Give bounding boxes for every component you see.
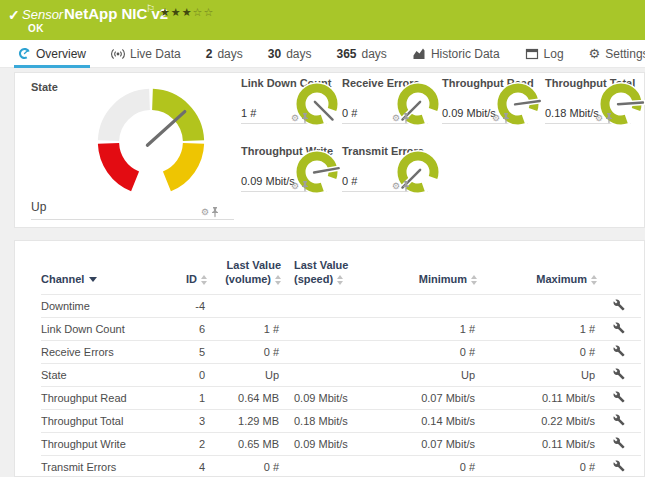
minimum-value (367, 294, 477, 317)
channel-name: Receive Errors (41, 340, 171, 363)
pin-icon[interactable] (605, 113, 613, 124)
tab-label: Overview (36, 47, 86, 61)
minimum-value: 0.07 Mbit/s (367, 386, 477, 409)
tab-log[interactable]: Log (521, 40, 568, 68)
tab-number: 365 (336, 47, 356, 61)
sensor-header: ✓ Sensor NetApp NIC v2 ⚐ ★★★☆☆ OK (0, 0, 645, 40)
maximum-value: 0 # (477, 340, 597, 363)
wrench-icon[interactable] (613, 391, 625, 403)
column-header-channel[interactable]: Channel (41, 251, 171, 294)
tab-label: Log (544, 47, 564, 61)
last-value-volume: 1.29 MB (207, 409, 281, 432)
mini-gauge-value: 0 # (342, 107, 357, 119)
gear-icon[interactable]: ⚙ (492, 114, 500, 123)
maximum-value: 0 # (477, 455, 597, 477)
tab-number: 2 (206, 47, 213, 61)
tab-overview[interactable]: Overview (14, 40, 90, 68)
column-header-settings (597, 251, 641, 294)
gear-icon[interactable]: ⚙ (595, 114, 603, 123)
flag-icon[interactable]: ⚐ (146, 3, 155, 14)
tab-number: 30 (268, 47, 281, 61)
column-header-minimum[interactable]: Minimum (367, 251, 477, 294)
last-value-speed (281, 363, 367, 386)
minimum-value: 0.07 Mbit/s (367, 432, 477, 455)
maximum-value: 0.11 Mbit/s (477, 432, 597, 455)
last-value-speed (281, 317, 367, 340)
channel-gauge-card: Throughput Write 0.09 Mbit/s ⚙ (241, 145, 337, 207)
tab-live-data[interactable]: Live Data (107, 40, 185, 68)
channel-gauge-card: Throughput Read 0.09 Mbit/s ⚙ (442, 77, 538, 139)
signal-icon (111, 47, 125, 61)
channel-name: Link Down Count (41, 317, 171, 340)
pin-icon[interactable] (301, 181, 309, 192)
state-gauge-title: State (31, 81, 58, 93)
maximum-value: 1 # (477, 317, 597, 340)
wrench-icon[interactable] (613, 299, 625, 311)
gear-icon[interactable]: ⚙ (291, 182, 299, 191)
mini-gauge-value: 0.18 Mbit/s (545, 107, 599, 119)
gear-icon[interactable]: ⚙ (291, 114, 299, 123)
chevron-down-icon (89, 277, 97, 282)
pin-icon[interactable] (211, 207, 219, 218)
channel-name: Throughput Write (41, 432, 171, 455)
tab-settings[interactable]: ⚙ Settings (585, 40, 645, 68)
wrench-icon[interactable] (613, 437, 625, 449)
minimum-value: 0 # (367, 455, 477, 477)
tab-historic-data[interactable]: Historic Data (408, 40, 504, 68)
status-check-icon: ✓ (8, 7, 20, 23)
wrench-icon[interactable] (613, 414, 625, 426)
table-row: Receive Errors 5 0 # 0 # 0 # (41, 340, 641, 363)
wrench-icon[interactable] (613, 368, 625, 380)
channel-gauge-card: Receive Errors 0 # ⚙ (342, 77, 438, 139)
gear-icon[interactable]: ⚙ (201, 208, 209, 217)
wrench-icon[interactable] (613, 322, 625, 334)
channel-id: 1 (171, 386, 207, 409)
stars-filled: ★★★ (160, 6, 193, 18)
tab-365-days[interactable]: 365days (332, 40, 390, 68)
channel-gauge-card: Transmit Errors 0 # ⚙ (342, 145, 438, 207)
sort-icon (471, 275, 477, 285)
maximum-value: 0.11 Mbit/s (477, 386, 597, 409)
wrench-icon[interactable] (613, 345, 625, 357)
last-value-volume: 0.64 MB (207, 386, 281, 409)
channel-id: 3 (171, 409, 207, 432)
log-icon (525, 47, 539, 61)
last-value-speed: 0.09 Mbit/s (281, 386, 367, 409)
gear-icon[interactable]: ⚙ (392, 114, 400, 123)
table-header-row: Channel ID Last Value(volume) Last Value… (41, 251, 641, 294)
tab-30-days[interactable]: 30days (264, 40, 316, 68)
last-value-speed (281, 340, 367, 363)
column-header-last-value-volume[interactable]: Last Value(volume) (207, 251, 281, 294)
pin-icon[interactable] (402, 113, 410, 124)
channel-id: 0 (171, 363, 207, 386)
column-header-last-value-speed[interactable]: Last Value(speed) (281, 251, 367, 294)
tab-label: Live Data (130, 47, 181, 61)
pin-icon[interactable] (402, 181, 410, 192)
minimum-value: Up (367, 363, 477, 386)
maximum-value (477, 294, 597, 317)
mini-gauge-value: 0 # (342, 175, 357, 187)
priority-stars[interactable]: ★★★☆☆ (160, 6, 214, 19)
stars-empty: ☆☆ (193, 6, 215, 18)
sort-icon (591, 275, 597, 285)
table-row: Downtime -4 (41, 294, 641, 317)
column-header-maximum[interactable]: Maximum (477, 251, 597, 294)
column-label: (volume) (225, 273, 271, 285)
channels-table-panel: Channel ID Last Value(volume) Last Value… (14, 240, 645, 477)
channel-name: Throughput Read (41, 386, 171, 409)
pin-icon[interactable] (502, 113, 510, 124)
last-value-volume: 0 # (207, 455, 281, 477)
gear-icon[interactable]: ⚙ (392, 182, 400, 191)
table-row: Throughput Write 2 0.65 MB 0.09 Mbit/s 0… (41, 432, 641, 455)
divider (31, 219, 234, 220)
tab-2-days[interactable]: 2days (202, 40, 247, 68)
pin-icon[interactable] (301, 113, 309, 124)
sort-icon (201, 275, 207, 285)
table-row: Link Down Count 6 1 # 1 # 1 # (41, 317, 641, 340)
maximum-value: Up (477, 363, 597, 386)
channels-table: Channel ID Last Value(volume) Last Value… (41, 251, 641, 477)
column-header-id[interactable]: ID (171, 251, 207, 294)
channel-id: -4 (171, 294, 207, 317)
wrench-icon[interactable] (613, 460, 625, 472)
table-row: State 0 Up Up Up (41, 363, 641, 386)
